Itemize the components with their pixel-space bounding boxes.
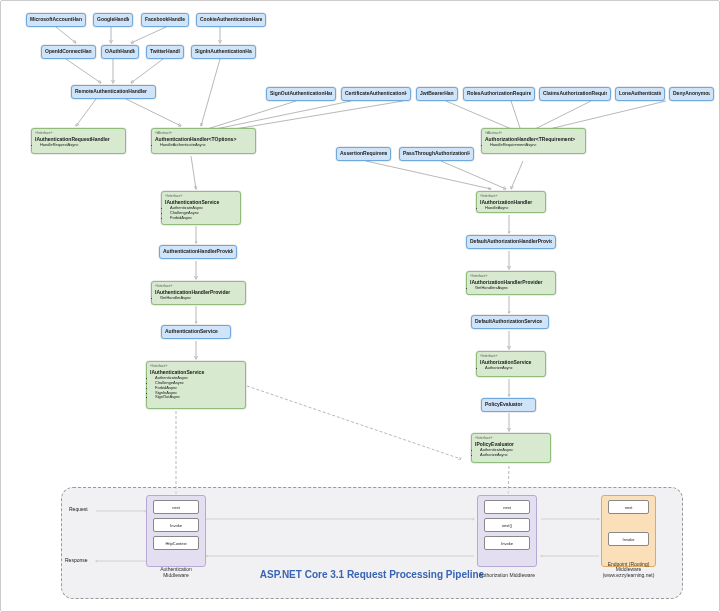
label: AssertionRequirement (340, 150, 387, 156)
label: CookieAuthenticationHandler (200, 16, 262, 22)
stereotype: «Interface» (475, 436, 547, 440)
node-default-authorization-service: DefaultAuthorizationService (471, 315, 549, 329)
node-microsoft-account-handler: MicrosoftAccountHandler (26, 13, 86, 27)
label: OAuthHandler (105, 48, 135, 54)
label: PolicyEvaluator (485, 401, 532, 407)
diagram-canvas: MicrosoftAccountHandler GoogleHandler Fa… (0, 0, 720, 612)
step: next (484, 500, 530, 514)
node-iauthorization-service: «Interface» IAuthorizationService Author… (476, 351, 546, 377)
node-authentication-service: AuthenticationService (161, 325, 231, 339)
pipeline-title: ASP.NET Core 3.1 Request Processing Pipe… (260, 569, 484, 580)
node-ipolicy-evaluator: «Interface» IPolicyEvaluator Authenticat… (471, 433, 551, 463)
node-facebook-handler: FacebookHandler (141, 13, 189, 27)
label: DefaultAuthorizationService (475, 318, 545, 324)
label: PassThroughAuthorizationHandler (403, 150, 470, 156)
member: ForbidAsync (170, 216, 237, 221)
member: SignOutAsync (155, 395, 242, 400)
stereotype: «Interface» (165, 194, 237, 198)
member: HandleAsync (485, 206, 542, 211)
label: FacebookHandler (145, 16, 185, 22)
node-iauth-handler-provider: «Interface» IAuthenticationHandlerProvid… (151, 281, 246, 305)
node-cookie-auth-handler: CookieAuthenticationHandler (196, 13, 266, 27)
node-deny-anonymous-requirement: DenyAnonymousAuthorizationRequirement (669, 87, 714, 101)
node-signin-auth-handler: SignInAuthenticationHandler (191, 45, 256, 59)
label: RolesAuthorizationRequirement (467, 90, 531, 96)
node-certificate-auth-handler: CertificateAuthenticationHandler (341, 87, 411, 101)
label: DefaultAuthorizationHandlerProvider (470, 238, 552, 244)
label: AuthenticationHandlerProvider (163, 248, 233, 254)
label: RemoteAuthenticationHandler (75, 88, 152, 94)
label: GoogleHandler (97, 16, 129, 22)
authentication-middleware: next Invoke HttpContext Authentication M… (146, 495, 206, 567)
member: HandleRequirementAsync (490, 143, 582, 148)
label: JwtBearerHandler (420, 90, 454, 96)
member: HandleAuthenticateAsync (160, 143, 252, 148)
stereotype: «Interface» (155, 284, 242, 288)
label: CertificateAuthenticationHandler (345, 90, 407, 96)
node-iauthorization-handler: «Interface» IAuthorizationHandler Handle… (476, 191, 546, 213)
node-lone-auth-requirement: LoneAuthenticationRequirement (615, 87, 665, 101)
node-default-authz-handler-provider: DefaultAuthorizationHandlerProvider (466, 235, 556, 249)
step: next (153, 500, 199, 514)
stereotype: «Interface» (35, 131, 122, 135)
stereotype: «Abstract» (485, 131, 582, 135)
node-claims-authz-requirement: ClaimsAuthorizationRequirement (539, 87, 611, 101)
node-iauthentication-service-2: «Interface» IAuthenticationService Authe… (146, 361, 246, 409)
authorization-middleware: next next() Invoke Authorization Middlew… (477, 495, 537, 567)
label: SignInAuthenticationHandler (195, 48, 252, 54)
caption: Authentication Middleware (147, 567, 205, 578)
label: ClaimsAuthorizationRequirement (543, 90, 607, 96)
node-iauthz-handler-provider: «Interface» IAuthorizationHandlerProvide… (466, 271, 556, 295)
node-passthrough-authz-handler: PassThroughAuthorizationHandler (399, 147, 474, 161)
stereotype: «Interface» (480, 194, 542, 198)
node-assertion-requirement: AssertionRequirement (336, 147, 391, 161)
caption: Endpoint (Routing) Middleware (www.ezzyl… (602, 562, 655, 579)
caption: Authorization Middleware (478, 573, 536, 579)
node-auth-handler-provider: AuthenticationHandlerProvider (159, 245, 237, 259)
member: GetHandlerAsync (160, 296, 242, 301)
response-label: Response (65, 557, 88, 563)
request-label: Request (69, 506, 88, 512)
label: SignOutAuthenticationHandler (270, 90, 332, 96)
node-openid-connect-handler: OpenIdConnectHandler (41, 45, 96, 59)
stereotype: «Interface» (480, 354, 542, 358)
node-remote-auth-handler: RemoteAuthenticationHandler (71, 85, 156, 99)
node-roles-authz-requirement: RolesAuthorizationRequirement (463, 87, 535, 101)
node-oauth-handler: OAuthHandler (101, 45, 139, 59)
label: LoneAuthenticationRequirement (619, 90, 661, 96)
label: AuthenticationService (165, 328, 227, 334)
member: AuthorizeAsync (485, 366, 542, 371)
node-jwt-bearer-handler: JwtBearerHandler (416, 87, 458, 101)
step: next() (484, 518, 530, 532)
label: TwitterHandler (150, 48, 180, 54)
member: GetHandlersAsync (475, 286, 552, 291)
step: Invoke (608, 532, 649, 546)
node-authz-handler-trequirement: «Abstract» AuthorizationHandler<TRequire… (481, 128, 586, 154)
node-signout-auth-handler: SignOutAuthenticationHandler (266, 87, 336, 101)
stereotype: «Abstract» (155, 131, 252, 135)
endpoint-middleware: next Invoke Endpoint (Routing) Middlewar… (601, 495, 656, 567)
label: DenyAnonymousAuthorizationRequirement (673, 90, 710, 96)
node-iauth-request-handler: «Interface» IAuthenticationRequestHandle… (31, 128, 126, 154)
step: next (608, 500, 649, 514)
stereotype: «Interface» (470, 274, 552, 278)
label: MicrosoftAccountHandler (30, 16, 82, 22)
member: AuthorizeAsync (480, 453, 547, 458)
node-iauthentication-service: «Interface» IAuthenticationService Authe… (161, 191, 241, 225)
label: OpenIdConnectHandler (45, 48, 92, 54)
stereotype: «Interface» (150, 364, 242, 368)
step: HttpContext (153, 536, 199, 550)
step: Invoke (153, 518, 199, 532)
member: HandleRequestAsync (40, 143, 122, 148)
step: Invoke (484, 536, 530, 550)
node-google-handler: GoogleHandler (93, 13, 133, 27)
node-twitter-handler: TwitterHandler (146, 45, 184, 59)
node-auth-handler-toptions: «Abstract» AuthenticationHandler<TOption… (151, 128, 256, 154)
node-policy-evaluator: PolicyEvaluator (481, 398, 536, 412)
